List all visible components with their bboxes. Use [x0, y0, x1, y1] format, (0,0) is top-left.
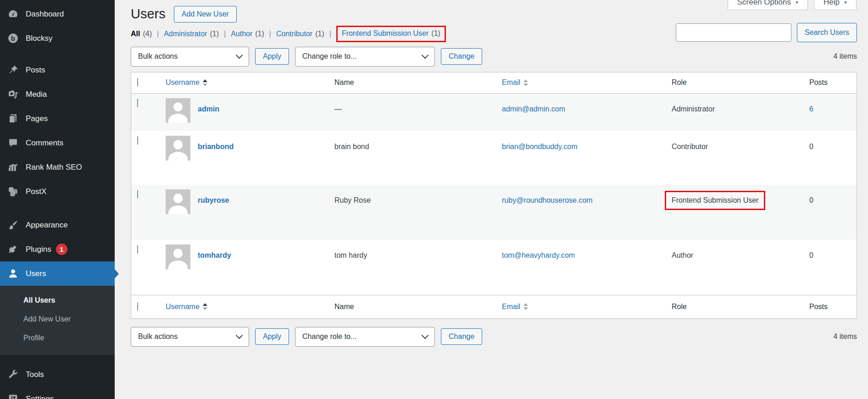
change-button[interactable]: Change — [441, 328, 482, 345]
sidebar-item-plugins[interactable]: Plugins 1 — [0, 237, 115, 261]
tools-icon — [7, 369, 19, 381]
avatar — [166, 189, 190, 214]
user-name: Ruby Rose — [330, 185, 497, 240]
users-table-footer: Username Name Email Role Posts — [131, 295, 857, 318]
sidebar-item-label: Tools — [26, 370, 44, 379]
apply-button[interactable]: Apply — [255, 48, 289, 65]
add-new-user-button[interactable]: Add New User — [174, 6, 237, 22]
select-all-checkbox[interactable] — [137, 302, 138, 311]
row-checkbox[interactable] — [137, 136, 138, 145]
column-header-posts: Posts — [805, 295, 857, 318]
chevron-down-icon — [236, 52, 243, 59]
wordpress-admin-users-page: Dashboard b Blocksy Posts Media — [0, 0, 868, 399]
main-content: Screen Options ▾ Help ▾ Users Add New Us… — [115, 0, 868, 399]
chevron-down-icon — [422, 52, 429, 59]
submenu-item-profile[interactable]: Profile — [0, 329, 115, 348]
comments-icon — [7, 137, 19, 149]
avatar — [166, 244, 190, 269]
change-role-select[interactable]: Change role to... — [295, 47, 435, 66]
username-link[interactable]: tomhardy — [198, 251, 231, 269]
sidebar-item-label: Rank Math SEO — [26, 163, 82, 172]
row-checkbox[interactable] — [137, 99, 138, 107]
sidebar-item-appearance[interactable]: Appearance — [0, 213, 115, 237]
sort-arrows-icon — [523, 79, 528, 86]
posts-count: 0 — [805, 240, 857, 295]
sidebar-item-postx[interactable]: PostX — [0, 179, 115, 204]
sidebar-item-label: Users — [26, 269, 46, 278]
submenu-item-all-users[interactable]: All Users — [0, 291, 115, 310]
select-all-checkbox[interactable] — [137, 78, 138, 87]
filter-separator: | — [329, 30, 331, 38]
email-link[interactable]: tom@heavyhardy.com — [502, 251, 575, 259]
row-checkbox[interactable] — [137, 245, 138, 254]
filter-contributor[interactable]: Contributor(1) — [276, 30, 324, 38]
bulk-actions-select[interactable]: Bulk actions — [131, 327, 249, 347]
username-link[interactable]: rubyrose — [198, 196, 229, 214]
sidebar-item-users[interactable]: Users — [0, 261, 115, 286]
sidebar-item-comments[interactable]: Comments — [0, 131, 115, 155]
username-link[interactable]: admin — [198, 105, 219, 123]
sidebar-item-settings[interactable]: Settings — [0, 387, 115, 399]
email-link[interactable]: admin@admin.com — [502, 105, 565, 113]
change-button[interactable]: Change — [441, 48, 482, 65]
filter-all[interactable]: All(4) — [131, 30, 152, 38]
username-link[interactable]: brianbond — [198, 143, 234, 161]
sidebar-item-posts[interactable]: Posts — [0, 58, 115, 82]
filter-administrator[interactable]: Administrator(1) — [164, 30, 219, 38]
sidebar-item-label: Comments — [26, 139, 63, 148]
user-name: tom hardy — [330, 240, 497, 295]
help-button[interactable]: Help ▾ — [814, 0, 857, 10]
posts-count: 0 — [805, 185, 857, 240]
search-users-input[interactable] — [676, 23, 791, 42]
items-count: 4 items — [833, 52, 857, 61]
row-checkbox[interactable] — [137, 190, 138, 199]
sidebar-item-pages[interactable]: Pages — [0, 106, 115, 131]
email-link[interactable]: brian@bondbuddy.com — [502, 143, 578, 150]
filter-frontend-submission-user[interactable]: Frontend Submission User(1) — [342, 29, 440, 38]
filter-author[interactable]: Author(1) — [231, 30, 264, 38]
sidebar-item-rank-math-seo[interactable]: Rank Math SEO — [0, 155, 115, 179]
sidebar-item-label: Plugins — [26, 245, 51, 254]
column-header-role: Role — [667, 295, 805, 318]
plugins-update-badge: 1 — [56, 244, 67, 255]
bulk-actions-select[interactable]: Bulk actions — [131, 47, 249, 66]
submenu-item-add-new-user[interactable]: Add New User — [0, 310, 115, 329]
postx-icon — [7, 186, 19, 198]
screen-options-label: Screen Options — [737, 0, 791, 7]
column-header-role: Role — [667, 72, 805, 93]
sidebar-item-media[interactable]: Media — [0, 82, 115, 106]
sidebar-item-blocksy[interactable]: b Blocksy — [0, 26, 115, 50]
column-header-posts: Posts — [805, 72, 857, 93]
sort-by-username[interactable]: Username — [166, 303, 207, 311]
email-link[interactable]: ruby@roundhouserose.com — [502, 196, 593, 204]
filter-separator: | — [269, 30, 271, 38]
sidebar-item-tools[interactable]: Tools — [0, 362, 115, 387]
search-users-button[interactable]: Search Users — [797, 23, 857, 42]
change-role-selected-value: Change role to... — [302, 52, 356, 61]
sort-by-email[interactable]: Email — [502, 303, 528, 311]
bulk-actions-selected-value: Bulk actions — [138, 332, 178, 341]
screen-options-button[interactable]: Screen Options ▾ — [728, 0, 808, 10]
sort-arrows-icon — [203, 79, 207, 86]
user-name: — — [330, 93, 497, 131]
table-row: rubyrose Ruby Rose ruby@roundhouserose.c… — [131, 185, 857, 240]
posts-count-link[interactable]: 6 — [809, 105, 813, 113]
sidebar-item-label: Pages — [26, 114, 48, 123]
posts-count: 0 — [805, 131, 857, 185]
table-toolbar-top: Bulk actions Apply Change role to... Cha… — [131, 47, 857, 66]
users-page-content: Users Add New User Search Users All(4) |… — [115, 0, 868, 347]
sort-by-email[interactable]: Email — [502, 78, 528, 87]
pages-icon — [7, 113, 19, 125]
apply-button[interactable]: Apply — [255, 328, 289, 345]
sort-by-username[interactable]: Username — [166, 78, 207, 87]
sidebar-item-label: Settings — [26, 394, 54, 399]
change-role-select[interactable]: Change role to... — [295, 327, 435, 347]
help-label: Help — [823, 0, 840, 7]
sidebar-item-dashboard[interactable]: Dashboard — [0, 2, 115, 26]
sort-arrows-icon — [523, 303, 528, 310]
posts-icon — [7, 64, 19, 76]
user-role: Author — [667, 240, 805, 295]
appearance-icon — [7, 219, 19, 231]
dashboard-icon — [7, 8, 19, 20]
user-role: Contributor — [667, 131, 805, 185]
